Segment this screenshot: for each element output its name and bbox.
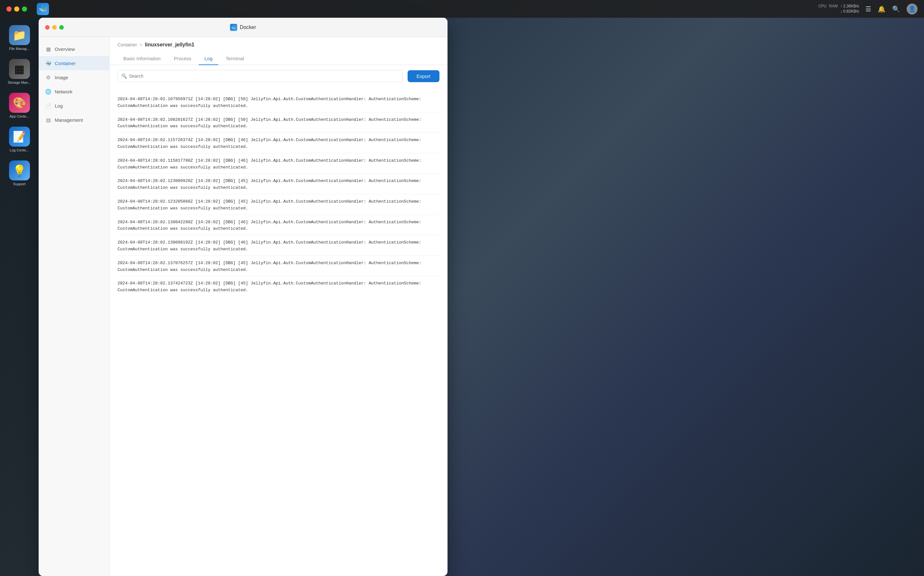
- window-minimize-button[interactable]: [52, 25, 57, 30]
- log-entry: 2024-04-08T14:28:02.130098192Z [14:28:02…: [118, 237, 439, 256]
- log-entry: 2024-04-08T14:28:02.108201627Z [14:28:02…: [118, 114, 439, 133]
- dock-label-support: Support: [13, 182, 26, 186]
- menu-lines-icon[interactable]: ☰: [865, 5, 871, 13]
- dock-label-storage-manager: Storage Man...: [8, 80, 31, 85]
- search-export-row: 🔍 Export: [110, 65, 447, 87]
- sidebar-item-container[interactable]: 🐳 Container: [38, 56, 109, 70]
- close-button[interactable]: [6, 6, 11, 11]
- window-title-text: Docker: [240, 24, 256, 30]
- breadcrumb-current: linuxserver_jellyfin1: [145, 42, 195, 48]
- ram-label: RAM: [829, 4, 838, 9]
- dock-label-log-center: Log Cente...: [10, 148, 29, 152]
- network-icon: 🌐: [45, 88, 51, 95]
- log-entry: 2024-04-08T14:28:02.137076257Z [14:28:02…: [118, 258, 439, 277]
- window-maximize-button[interactable]: [59, 25, 64, 30]
- docker-window: 🐳 Docker ▦ Overview 🐳 Container ⚙ Image: [38, 18, 447, 576]
- image-icon: ⚙: [45, 74, 51, 80]
- dock-item-app-center[interactable]: 🎨 App Cente...: [4, 90, 35, 121]
- search-icon: 🔍: [121, 74, 127, 78]
- tab-log[interactable]: Log: [199, 53, 218, 65]
- log-entry: 2024-04-08T14:28:02.130042280Z [14:28:02…: [118, 216, 439, 235]
- log-entry: 2024-04-08T14:28:02.115726374Z [14:28:02…: [118, 134, 439, 154]
- log-entry: 2024-04-08T14:28:02.137424723Z [14:28:02…: [118, 278, 439, 296]
- search-menubar-icon[interactable]: 🔍: [892, 5, 900, 13]
- docker-menubar-icon[interactable]: 🐳: [37, 3, 49, 15]
- user-avatar[interactable]: 👤: [906, 3, 918, 14]
- notification-icon[interactable]: 🔔: [878, 5, 886, 13]
- overview-icon: ▦: [45, 46, 51, 52]
- traffic-lights: [6, 6, 27, 11]
- sidebar-item-network[interactable]: 🌐 Network: [38, 85, 109, 99]
- sidebar-item-overview[interactable]: ▦ Overview: [38, 42, 109, 56]
- sidebar-label-overview: Overview: [55, 46, 75, 52]
- log-icon: 📄: [45, 102, 51, 109]
- search-input[interactable]: [118, 70, 403, 82]
- menu-bar: 🐳 CPU RAM ↑ 2.36KB/s ↓ 0.82KB/s ☰ 🔔 🔍 👤: [0, 0, 924, 18]
- container-icon: 🐳: [45, 60, 51, 66]
- sidebar-item-log[interactable]: 📄 Log: [38, 99, 109, 113]
- breadcrumb-separator: >: [140, 42, 142, 47]
- dock-label-app-center: App Cente...: [10, 114, 29, 118]
- window-body: ▦ Overview 🐳 Container ⚙ Image 🌐 Network…: [38, 37, 447, 576]
- main-content: Container > linuxserver_jellyfin1 Basic …: [110, 37, 447, 576]
- sidebar-label-management: Management: [55, 117, 83, 123]
- log-entry: 2024-04-08T14:28:02.107956971Z [14:28:02…: [118, 93, 439, 112]
- search-input-container: 🔍: [118, 70, 403, 82]
- cpu-label: CPU: [819, 4, 827, 9]
- management-icon: ▤: [45, 117, 51, 123]
- dock-item-file-manager[interactable]: 📁 File Manag...: [4, 22, 35, 53]
- sidebar-label-container: Container: [55, 61, 76, 66]
- menu-bar-right: CPU RAM ↑ 2.36KB/s ↓ 0.82KB/s ☰ 🔔 🔍 👤: [819, 3, 918, 14]
- sidebar-label-log: Log: [55, 103, 63, 109]
- sidebar-label-image: Image: [55, 75, 68, 80]
- docker-logo-icon: 🐳: [230, 24, 237, 31]
- breadcrumb-parent: Container: [118, 42, 137, 47]
- tabs: Basic Information Process Log Terminal: [110, 48, 447, 65]
- breadcrumb: Container > linuxserver_jellyfin1: [110, 37, 447, 48]
- window-title: 🐳 Docker: [230, 24, 256, 31]
- sidebar: ▦ Overview 🐳 Container ⚙ Image 🌐 Network…: [38, 37, 110, 576]
- log-entry: 2024-04-08T14:28:02.115817788Z [14:28:02…: [118, 155, 439, 174]
- window-titlebar: 🐳 Docker: [38, 18, 447, 37]
- desktop: 🐳 CPU RAM ↑ 2.36KB/s ↓ 0.82KB/s ☰ 🔔 🔍 👤 …: [0, 0, 924, 576]
- export-button[interactable]: Export: [408, 70, 439, 82]
- upload-speed: ↑ 2.36KB/s: [840, 4, 859, 9]
- window-controls: [45, 25, 64, 30]
- download-speed: ↓ 0.82KB/s: [840, 9, 859, 14]
- dock-item-storage-manager[interactable]: ▦ Storage Man...: [4, 56, 35, 87]
- minimize-button[interactable]: [14, 6, 19, 11]
- dock-item-support[interactable]: 💡 Support: [4, 158, 35, 189]
- sidebar-item-management[interactable]: ▤ Management: [38, 113, 109, 127]
- cpu-ram-display: CPU RAM ↑ 2.36KB/s ↓ 0.82KB/s: [819, 4, 859, 14]
- tab-process[interactable]: Process: [168, 53, 197, 65]
- log-entry: 2024-04-08T14:28:02.123009928Z [14:28:02…: [118, 175, 439, 194]
- maximize-button[interactable]: [22, 6, 27, 11]
- log-center-icon: 📝: [9, 126, 30, 147]
- dock-label-file-manager: File Manag...: [9, 47, 30, 51]
- log-area: 2024-04-08T14:28:02.107956971Z [14:28:02…: [110, 87, 447, 576]
- storage-manager-icon: ▦: [9, 59, 30, 79]
- sidebar-item-image[interactable]: ⚙ Image: [38, 70, 109, 85]
- dock-item-log-center[interactable]: 📝 Log Cente...: [4, 124, 35, 155]
- menu-bar-left: 🐳: [6, 3, 49, 15]
- app-center-icon: 🎨: [9, 93, 30, 113]
- window-close-button[interactable]: [45, 25, 49, 30]
- tab-basic-information[interactable]: Basic Information: [118, 53, 166, 65]
- tab-terminal[interactable]: Terminal: [220, 53, 250, 65]
- sidebar-label-network: Network: [55, 89, 72, 94]
- dock: 📁 File Manag... ▦ Storage Man... 🎨 App C…: [0, 18, 38, 576]
- file-manager-icon: 📁: [9, 25, 30, 45]
- support-icon: 💡: [9, 160, 30, 181]
- log-entry: 2024-04-08T14:28:02.123205066Z [14:28:02…: [118, 196, 439, 215]
